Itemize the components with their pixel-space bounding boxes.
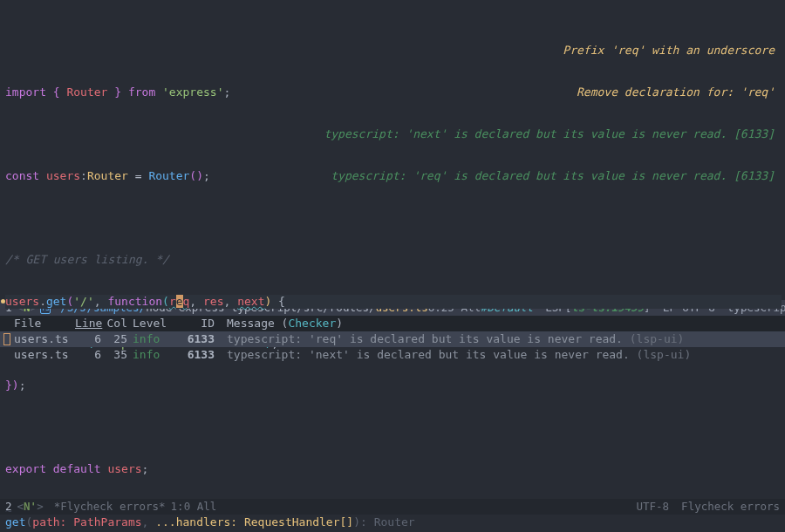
code-line[interactable] [5,420,782,434]
code-line[interactable]: /* GET users listing. */ [5,253,782,267]
code-editor[interactable]: Prefix 'req' with an underscore Remove d… [0,0,785,300]
code-line[interactable]: const users:Router = Router(); [5,169,782,183]
empty-line-tilde: ~ [5,504,782,518]
text-cursor: e [176,295,183,308]
code-line-current[interactable]: users.get('/', function(req, res, next) … [5,295,782,309]
code-line[interactable]: import { Router } from 'express'; [5,85,782,99]
errors-list[interactable]: users.ts 6 25 info 6133 typescript: 'req… [0,331,785,363]
code-line[interactable] [5,127,782,141]
code-line[interactable]: }); [5,379,782,392]
code-action-hint: Prefix 'req' with an underscore [324,44,775,58]
code-line[interactable]: export default users; [5,462,782,476]
error-row[interactable]: users.ts 6 25 info 6133 typescript: 'req… [0,331,785,347]
code-line[interactable] [5,211,782,225]
gutter-diagnostic-dot [1,299,5,304]
error-row[interactable]: users.ts 6 35 info 6133 typescript: 'nex… [0,347,785,363]
